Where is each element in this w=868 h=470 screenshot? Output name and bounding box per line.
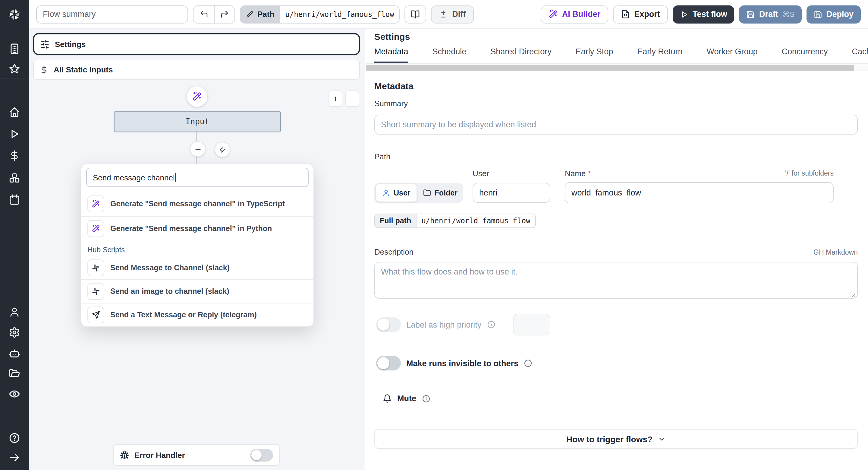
- step-search-value: Send message channel: [93, 173, 175, 182]
- error-handler-card[interactable]: Error Handler: [113, 444, 280, 466]
- tabs-scrollbar-thumb[interactable]: [366, 65, 854, 70]
- docs-button[interactable]: [404, 5, 426, 23]
- add-step-button[interactable]: [190, 141, 206, 157]
- priority-value-input[interactable]: [513, 314, 550, 335]
- zoom-out-button[interactable]: −: [345, 90, 359, 107]
- hub-items: Send Message to Channel (slack)Send an i…: [82, 257, 313, 326]
- path-name-input[interactable]: [565, 182, 834, 203]
- wand-sparkles-icon: [192, 92, 202, 101]
- tab-schedule[interactable]: Schedule: [433, 47, 467, 63]
- tab-early-stop[interactable]: Early Stop: [576, 47, 613, 63]
- info-icon[interactable]: [524, 359, 532, 368]
- sliders-icon: [40, 39, 50, 49]
- description-textarea[interactable]: [374, 262, 858, 299]
- item-label: Send Message to Channel (slack): [110, 264, 230, 272]
- invisible-runs-label: Make runs invisible to others: [406, 359, 518, 368]
- plus-icon: [194, 145, 202, 153]
- help-icon[interactable]: [9, 432, 20, 444]
- tab-shared-directory[interactable]: Shared Directory: [490, 47, 552, 63]
- audit-eye-icon[interactable]: [9, 388, 20, 400]
- name-label-text: Name: [565, 169, 586, 178]
- owner-folder-option[interactable]: Folder: [417, 184, 464, 202]
- workers-bot-icon[interactable]: [9, 348, 20, 359]
- path-input[interactable]: [280, 5, 400, 23]
- tabs-scrollbar-track[interactable]: [366, 64, 868, 71]
- tab-early-return[interactable]: Early Return: [637, 47, 682, 63]
- deploy-button[interactable]: Deploy: [807, 5, 861, 23]
- tab-cache[interactable]: Cache: [852, 47, 868, 63]
- tab-metadata[interactable]: Metadata: [374, 47, 408, 63]
- name-field-label: Name *: [565, 169, 591, 178]
- tab-worker-group[interactable]: Worker Group: [707, 47, 757, 63]
- variables-dollar-icon[interactable]: [9, 150, 20, 161]
- owner-kind-segmented: User Folder: [374, 183, 463, 203]
- hub-script-item-send-a-text-message-or-reply-telegram[interactable]: Send a Text Message or Reply (telegram): [82, 303, 313, 326]
- users-icon[interactable]: [9, 306, 20, 318]
- draft-button[interactable]: Draft ⌘S: [739, 5, 802, 23]
- path-edit-button[interactable]: Path: [240, 5, 280, 23]
- diff-button[interactable]: Diff: [431, 5, 473, 23]
- resize-grip-icon[interactable]: [849, 291, 856, 298]
- settings-gear-icon[interactable]: [9, 327, 20, 338]
- ai-flow-wand-button[interactable]: [187, 86, 207, 107]
- owner-user-option[interactable]: User: [375, 183, 417, 202]
- summary-input[interactable]: [374, 115, 858, 135]
- path-control: Path: [240, 5, 400, 23]
- hub-script-item-send-message-to-channel-slack[interactable]: Send Message to Channel (slack): [82, 257, 313, 280]
- runs-play-icon[interactable]: [9, 128, 20, 140]
- high-priority-toggle[interactable]: [376, 317, 401, 332]
- item-label: Send an image to channel (slack): [110, 287, 229, 296]
- ai-builder-button[interactable]: AI Builder: [541, 5, 609, 23]
- diff-label: Diff: [452, 10, 466, 19]
- add-trigger-button[interactable]: [215, 142, 230, 157]
- file-code-icon: [621, 10, 630, 19]
- test-flow-label: Test flow: [692, 10, 727, 19]
- tab-concurrency[interactable]: Concurrency: [781, 47, 828, 63]
- generate-item-generate-send-message-channel-in-typescr[interactable]: Generate "Send message channel" in TypeS…: [82, 192, 313, 216]
- hub-scripts-header: Hub Scripts: [82, 241, 313, 257]
- windmill-logo-icon[interactable]: [7, 7, 22, 22]
- favorites-star-icon[interactable]: [9, 63, 20, 75]
- home-icon[interactable]: [9, 107, 20, 118]
- required-asterisk: *: [588, 169, 591, 178]
- resources-boxes-icon[interactable]: [9, 172, 20, 184]
- how-to-trigger-button[interactable]: How to trigger flows?: [374, 429, 858, 449]
- redo-button[interactable]: [214, 6, 235, 23]
- flow-settings-card[interactable]: Settings: [33, 33, 360, 55]
- export-button[interactable]: Export: [613, 5, 668, 23]
- export-label: Export: [634, 10, 660, 19]
- undo-redo-group: [193, 5, 235, 23]
- subfolder-hint: '/' for subfolders: [785, 170, 834, 177]
- hub-script-item-send-an-image-to-channel-slack[interactable]: Send an image to channel (slack): [82, 280, 313, 303]
- undo-button[interactable]: [193, 6, 214, 23]
- folders-icon[interactable]: [9, 368, 20, 379]
- all-static-inputs-card[interactable]: All Static Inputs: [33, 60, 360, 80]
- generate-item-generate-send-message-channel-in-python[interactable]: Generate "Send message channel" in Pytho…: [82, 216, 313, 241]
- workspace-icon[interactable]: [9, 43, 20, 55]
- mute-label: Mute: [397, 394, 416, 403]
- settings-tabs: MetadataScheduleShared DirectoryEarly St…: [374, 47, 868, 63]
- chevron-down-icon: [657, 435, 666, 443]
- step-search-input[interactable]: Send message channel: [86, 168, 309, 187]
- expand-sidebar-icon[interactable]: [9, 451, 20, 463]
- info-icon[interactable]: [422, 394, 430, 403]
- save-icon: [747, 10, 755, 19]
- input-node[interactable]: Input: [114, 111, 281, 132]
- test-flow-button[interactable]: Test flow: [673, 5, 735, 23]
- owner-user-label: User: [394, 188, 410, 197]
- info-icon[interactable]: [487, 320, 495, 329]
- redo-icon: [220, 10, 229, 19]
- description-label: Description: [374, 247, 413, 257]
- owner-folder-label: Folder: [435, 188, 458, 197]
- invisible-runs-toggle[interactable]: [376, 356, 401, 371]
- schedules-calendar-icon[interactable]: [9, 194, 20, 205]
- toggle-knob: [251, 450, 261, 460]
- path-user-input[interactable]: [472, 183, 550, 203]
- app-window: Path Diff AI Builder Export Test flow Dr…: [0, 0, 868, 470]
- path-label: Path: [257, 10, 274, 19]
- error-handler-toggle[interactable]: [250, 448, 273, 461]
- flow-summary-input[interactable]: [36, 5, 188, 23]
- path-section-label: Path: [374, 152, 391, 161]
- flow-settings-label: Settings: [55, 39, 86, 49]
- zoom-in-button[interactable]: +: [329, 90, 342, 107]
